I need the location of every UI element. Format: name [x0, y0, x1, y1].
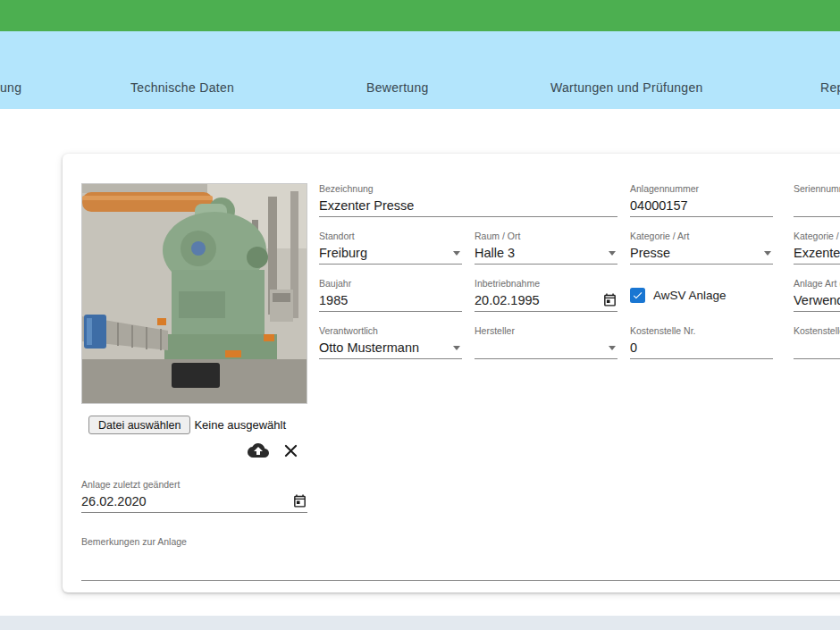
machine-detail-card: Datei auswählen Keine ausgewählt Anlage …: [63, 154, 840, 592]
kategorie-art-text: Presse: [630, 246, 670, 260]
dropdown-arrow-icon[interactable]: [764, 251, 771, 256]
field-label: Inbetriebnahme: [475, 278, 617, 290]
bemerkungen-input[interactable]: [81, 559, 840, 581]
anlage-art-text: Verwend: [794, 293, 840, 307]
bezeichnung-input[interactable]: Exzenter Presse: [319, 195, 617, 217]
field-label: Standort: [319, 231, 462, 242]
baujahr-text: 1985: [319, 293, 348, 307]
tab-bewertung[interactable]: Bewertung: [366, 66, 429, 109]
field-inbetriebnahme: Inbetriebnahme 20.02.1995: [475, 278, 617, 312]
field-kostenstelle: Kostenstelle: [794, 325, 840, 359]
field-seriennummer: Seriennumm: [794, 183, 840, 217]
anlage-art-select[interactable]: Verwend: [794, 290, 840, 312]
hersteller-select[interactable]: [475, 337, 617, 359]
changed-date-input[interactable]: 26.02.2020: [81, 491, 307, 513]
anlagennummer-input[interactable]: 04000157: [630, 195, 773, 217]
field-label: Raum / Ort: [475, 231, 617, 242]
tab-clipped-left[interactable]: ung: [0, 66, 21, 109]
field-label: Seriennumm: [794, 183, 840, 195]
changed-date-text: 26.02.2020: [81, 494, 147, 508]
bezeichnung-text: Exzenter Presse: [319, 198, 414, 213]
kategorie-typ-select[interactable]: Exzenter: [794, 242, 840, 265]
field-standort: Standort Freiburg: [319, 231, 462, 265]
dropdown-arrow-icon[interactable]: [453, 251, 460, 256]
calendar-icon[interactable]: [602, 292, 617, 307]
tab-clipped-right[interactable]: Rep: [820, 66, 840, 109]
field-label: Anlage Art (: [794, 278, 840, 290]
verantwortlich-text: Otto Mustermann: [319, 340, 419, 355]
tab-bar: ung Technische Daten Bewertung Wartungen…: [0, 66, 840, 109]
raum-ort-text: Halle 3: [475, 246, 515, 260]
dropdown-arrow-icon[interactable]: [609, 346, 616, 350]
tab-technische-daten[interactable]: Technische Daten: [130, 66, 234, 109]
toolbar: ung Technische Daten Bewertung Wartungen…: [0, 31, 840, 109]
dropdown-arrow-icon[interactable]: [453, 346, 460, 350]
calendar-icon[interactable]: [292, 493, 307, 508]
dropdown-arrow-icon[interactable]: [609, 251, 616, 256]
file-status-text: Keine ausgewählt: [194, 418, 286, 432]
field-label: Kostenstelle Nr.: [630, 325, 773, 337]
upload-icon[interactable]: [247, 440, 270, 461]
anlagennummer-text: 04000157: [630, 198, 688, 213]
standort-text: Freiburg: [319, 246, 367, 260]
verantwortlich-select[interactable]: Otto Mustermann: [319, 337, 462, 359]
kategorie-typ-text: Exzenter: [794, 246, 840, 260]
inbetriebnahme-input[interactable]: 20.02.1995: [475, 290, 617, 312]
kostenstelle-nr-input[interactable]: 0: [630, 337, 773, 359]
field-label: Bezeichnung: [319, 183, 617, 195]
field-anlage-zuletzt-geaendert: Anlage zuletzt geändert 26.02.2020: [81, 479, 307, 513]
top-navbar: [0, 0, 840, 31]
field-label: Baujahr: [319, 278, 462, 290]
tab-wartungen-pruefungen[interactable]: Wartungen und Prüfungen: [550, 66, 703, 109]
awsv-checkbox-label: AwSV Anlage: [653, 289, 727, 302]
field-hersteller: Hersteller: [475, 325, 617, 359]
machine-photo-illustration: [82, 184, 307, 403]
remove-photo-icon[interactable]: [282, 442, 299, 459]
file-upload-row: Datei auswählen Keine ausgewählt: [88, 416, 286, 434]
field-label: Kostenstelle: [794, 325, 840, 337]
field-raum-ort: Raum / Ort Halle 3: [475, 231, 617, 265]
kategorie-art-select[interactable]: Presse: [630, 242, 773, 265]
page-background-strip: [0, 616, 840, 630]
field-label: Kategorie / T: [794, 231, 840, 242]
awsv-checkbox[interactable]: [630, 288, 645, 303]
kostenstelle-input[interactable]: [794, 337, 840, 359]
field-label: Hersteller: [475, 325, 617, 337]
field-kategorie-typ: Kategorie / T Exzenter: [794, 231, 840, 265]
field-kategorie-art: Kategorie / Art Presse: [630, 231, 773, 265]
standort-select[interactable]: Freiburg: [319, 242, 462, 265]
kostenstelle-nr-text: 0: [630, 340, 637, 355]
field-label: Verantwortlich: [319, 325, 462, 337]
raum-ort-select[interactable]: Halle 3: [475, 242, 617, 265]
field-baujahr: Baujahr 1985: [319, 278, 462, 312]
field-bemerkungen: Bemerkungen zur Anlage: [81, 536, 840, 581]
field-label: Anlagennummer: [630, 183, 773, 195]
field-bezeichnung: Bezeichnung Exzenter Presse: [319, 183, 617, 217]
field-anlagennummer: Anlagennummer 04000157: [630, 183, 773, 217]
machine-photo: [81, 183, 307, 404]
field-kostenstelle-nr: Kostenstelle Nr. 0: [630, 325, 773, 359]
field-awsv-anlage: AwSV Anlage: [630, 288, 727, 303]
field-label: Anlage zuletzt geändert: [81, 479, 307, 491]
file-select-button[interactable]: Datei auswählen: [88, 416, 190, 434]
baujahr-input[interactable]: 1985: [319, 290, 462, 312]
inbetriebnahme-text: 20.02.1995: [475, 293, 540, 307]
field-label: Bemerkungen zur Anlage: [81, 536, 840, 548]
field-label: Kategorie / Art: [630, 231, 773, 242]
seriennummer-input[interactable]: [794, 195, 840, 217]
field-verantwortlich: Verantwortlich Otto Mustermann: [319, 325, 462, 359]
field-anlage-art: Anlage Art ( Verwend: [794, 278, 840, 312]
